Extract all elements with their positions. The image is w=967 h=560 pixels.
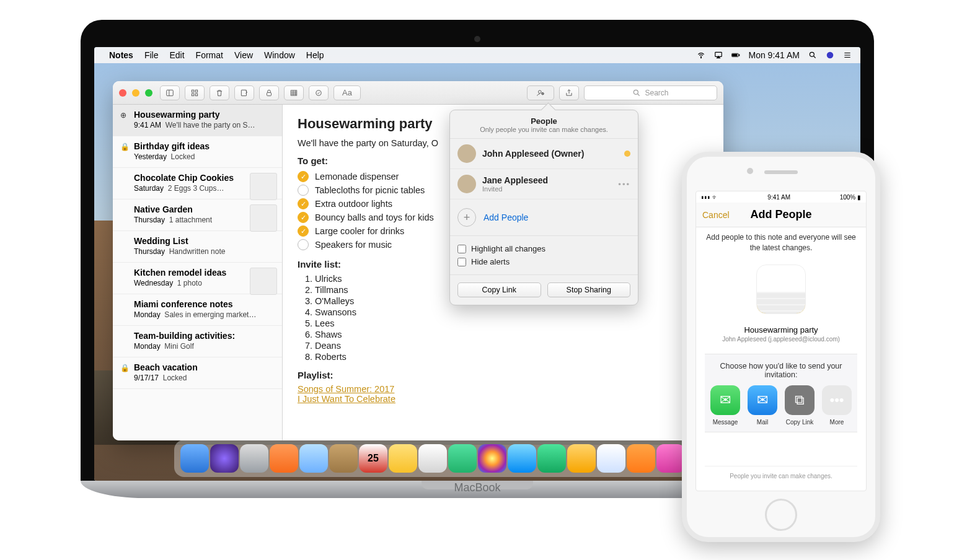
- dock-launchpad[interactable]: [240, 444, 268, 473]
- list-item[interactable]: Chocolate Chip CookiesSaturday 2 Eggs 3 …: [113, 168, 282, 199]
- iphone: ▮▮▮ ᯤ 9:41 AM 100% ▮ Cancel Add People A…: [682, 152, 880, 542]
- dock-itunes[interactable]: [656, 444, 685, 473]
- share-button-toolbar[interactable]: [559, 85, 579, 100]
- menu-help[interactable]: Help: [306, 50, 324, 60]
- list-item[interactable]: 🔒Beach vacation9/17/17 Locked: [113, 357, 282, 389]
- add-people-button[interactable]: + Add People: [450, 199, 638, 236]
- notification-center-icon[interactable]: [843, 51, 852, 59]
- dock-keynote[interactable]: [627, 444, 655, 473]
- dock-maps[interactable]: [448, 444, 477, 473]
- lock-icon: 🔒: [120, 142, 130, 151]
- more-icon[interactable]: •••: [618, 180, 630, 189]
- list-item-title: Beach vacation: [134, 362, 275, 372]
- battery-icon[interactable]: [731, 51, 740, 59]
- dock-messages[interactable]: [508, 444, 536, 473]
- list-item[interactable]: Miami conference notesMonday Sales in em…: [113, 294, 282, 326]
- dock-notes[interactable]: [389, 444, 417, 473]
- dock-contacts[interactable]: [329, 444, 358, 473]
- search-input[interactable]: Search: [584, 85, 717, 100]
- list-item[interactable]: Wedding ListThursday Handwritten note: [113, 231, 282, 263]
- invite-list-item: Deans: [315, 340, 709, 351]
- dock-calendar[interactable]: 25: [359, 444, 387, 473]
- dock-reminders[interactable]: [418, 444, 447, 473]
- share-action-more[interactable]: •••More: [820, 385, 854, 426]
- grid-view-button[interactable]: [185, 85, 205, 100]
- siri-icon[interactable]: [826, 51, 834, 59]
- dock-siri[interactable]: [210, 444, 239, 473]
- spotlight-icon[interactable]: [808, 51, 817, 59]
- iphone-title: Add People: [750, 208, 811, 221]
- svg-point-0: [700, 58, 701, 58]
- wifi-icon[interactable]: [697, 51, 705, 59]
- menu-view[interactable]: View: [234, 50, 253, 60]
- share-title: People: [457, 116, 630, 126]
- menu-format[interactable]: Format: [196, 50, 223, 60]
- menubar-clock[interactable]: Mon 9:41 AM: [749, 50, 800, 60]
- iphone-time: 9:41 AM: [767, 194, 790, 201]
- share-subtitle: Only people you invite can make changes.: [457, 126, 630, 133]
- share-popover: People Only people you invite can make c…: [449, 110, 638, 305]
- delete-button[interactable]: [210, 85, 229, 100]
- svg-rect-8: [192, 90, 194, 92]
- iphone-panel-title: Choose how you'd like to send your invit…: [709, 362, 854, 379]
- svg-rect-14: [291, 90, 296, 95]
- msg-icon: ✉: [710, 385, 740, 415]
- format-button[interactable]: Aa: [333, 85, 361, 100]
- avatar: [457, 175, 476, 193]
- new-note-button[interactable]: [234, 85, 254, 100]
- share-action-link[interactable]: ⧉Copy Link: [783, 385, 816, 426]
- dock-facetime[interactable]: [537, 444, 566, 473]
- svg-rect-7: [167, 90, 174, 95]
- link-icon: ⧉: [785, 385, 815, 415]
- dock-finder[interactable]: [180, 444, 209, 473]
- svg-rect-10: [192, 94, 194, 96]
- menu-file[interactable]: File: [144, 50, 159, 60]
- mail-icon: ✉: [748, 385, 777, 415]
- notes-list[interactable]: ⊕Housewarming party9:41 AM We'll have th…: [113, 105, 283, 440]
- traffic-lights[interactable]: [119, 89, 152, 97]
- thumbnail: [250, 204, 277, 232]
- list-item[interactable]: 🔒Birthday gift ideasYesterday Locked: [113, 136, 282, 168]
- checklist-button[interactable]: [309, 85, 329, 100]
- home-button[interactable]: [765, 499, 797, 531]
- list-item[interactable]: ⊕Housewarming party9:41 AM We'll have th…: [113, 105, 282, 136]
- lock-button[interactable]: [259, 85, 279, 100]
- hide-alerts-checkbox[interactable]: Hide alerts: [457, 255, 630, 268]
- highlight-changes-checkbox[interactable]: Highlight all changes: [457, 242, 630, 255]
- dock-pages[interactable]: [567, 444, 596, 473]
- iphone-screen: ▮▮▮ ᯤ 9:41 AM 100% ▮ Cancel Add People A…: [695, 191, 867, 491]
- svg-point-16: [539, 90, 542, 93]
- svg-rect-13: [267, 92, 272, 95]
- collaborate-button[interactable]: [527, 85, 554, 100]
- playlist-link[interactable]: I Just Want To Celebrate: [298, 394, 395, 404]
- cancel-button[interactable]: Cancel: [702, 210, 730, 220]
- list-item[interactable]: Kitchen remodel ideasWednesday 1 photo: [113, 263, 282, 294]
- menu-edit[interactable]: Edit: [169, 50, 184, 60]
- dock-mail[interactable]: [299, 444, 328, 473]
- airplay-icon[interactable]: [714, 51, 723, 59]
- playlist-link[interactable]: Songs of Summer: 2017: [298, 384, 394, 394]
- share-action-mail[interactable]: ✉Mail: [746, 385, 779, 426]
- list-item[interactable]: Team-building activities:Monday Mini Gol…: [113, 326, 282, 357]
- shared-person[interactable]: John Appleseed (Owner): [450, 139, 638, 169]
- dock-photos[interactable]: [478, 444, 506, 473]
- menu-window[interactable]: Window: [264, 50, 295, 60]
- dock-numbers[interactable]: [597, 444, 625, 473]
- stop-sharing-button[interactable]: Stop Sharing: [547, 282, 631, 297]
- dock-safari[interactable]: [270, 444, 298, 473]
- table-button[interactable]: [284, 85, 304, 100]
- iphone-note-owner: John Appleseed (j.appleseed@icloud.com): [705, 336, 857, 343]
- svg-point-5: [810, 52, 814, 56]
- sidebar-toggle-button[interactable]: [160, 85, 180, 100]
- shared-person[interactable]: Jane AppleseedInvited •••: [450, 169, 638, 199]
- copy-link-button[interactable]: Copy Link: [457, 282, 541, 297]
- menubar: Notes File Edit Format View Window Help …: [94, 47, 860, 63]
- iphone-note-title: Housewarming party: [705, 325, 857, 335]
- iphone-statusbar: ▮▮▮ ᯤ 9:41 AM 100% ▮: [696, 191, 866, 203]
- checkbox-icon: ✓: [298, 171, 309, 182]
- list-item-title: Chocolate Chip Cookies: [134, 173, 245, 183]
- menubar-app[interactable]: Notes: [109, 50, 133, 60]
- playlist-heading: Playlist:: [298, 370, 709, 380]
- list-item[interactable]: Native GardenThursday 1 attachment: [113, 199, 282, 231]
- share-action-msg[interactable]: ✉Message: [709, 385, 742, 426]
